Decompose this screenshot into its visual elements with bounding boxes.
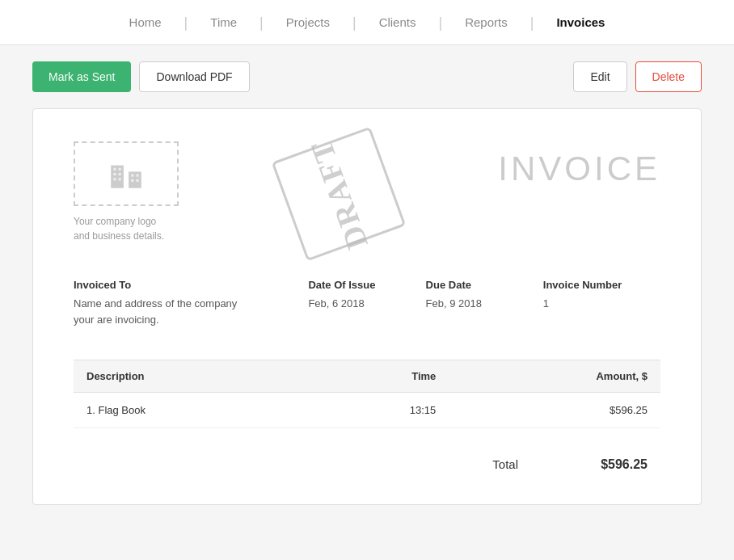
nav-projects[interactable]: Projects — [264, 15, 352, 29]
company-logo-text: Your company logoand business details. — [74, 214, 164, 243]
nav-home[interactable]: Home — [107, 15, 184, 29]
svg-rect-8 — [131, 174, 133, 176]
date-of-issue-label: Date Of Issue — [308, 279, 425, 291]
building-icon — [106, 153, 146, 196]
svg-rect-6 — [113, 178, 116, 180]
mark-as-sent-button[interactable]: Mark as Sent — [32, 61, 131, 92]
invoice-number-value: 1 — [543, 296, 660, 312]
draft-stamp-container: DRAFT — [179, 141, 498, 246]
invoice-header: Your company logoand business details. D… — [74, 141, 660, 246]
svg-rect-4 — [113, 173, 116, 175]
invoice-card: Your company logoand business details. D… — [32, 108, 702, 505]
col-description-header: Description — [74, 360, 306, 393]
company-logo-box: Your company logoand business details. — [74, 141, 179, 243]
invoice-table: Description Time Amount, $ 1. Flag Book … — [74, 360, 660, 428]
toolbar-right: Edit Delete — [573, 61, 702, 92]
total-row: Total $596.25 — [74, 444, 660, 472]
svg-rect-9 — [137, 174, 139, 176]
delete-button[interactable]: Delete — [635, 61, 702, 92]
toolbar: Mark as Sent Download PDF Edit Delete — [0, 45, 734, 108]
row-time: 13:15 — [306, 393, 449, 428]
nav-clients[interactable]: Clients — [356, 15, 439, 29]
edit-button[interactable]: Edit — [573, 61, 626, 92]
svg-rect-10 — [131, 179, 133, 181]
total-value: $596.25 — [583, 457, 648, 472]
row-description: 1. Flag Book — [74, 393, 306, 428]
due-date-label: Due Date — [426, 279, 543, 291]
total-label: Total — [492, 457, 518, 472]
invoice-number-block: Invoice Number 1 — [543, 279, 660, 327]
invoice-details: Invoiced To Name and address of the comp… — [74, 279, 660, 327]
svg-rect-3 — [119, 167, 121, 170]
svg-rect-7 — [119, 178, 121, 180]
date-of-issue-value: Feb, 6 2018 — [308, 296, 425, 312]
top-nav: Home | Time | Projects | Clients | Repor… — [0, 0, 734, 45]
invoice-title: INVOICE — [498, 141, 660, 188]
nav-invoices[interactable]: Invoices — [534, 15, 627, 29]
svg-rect-0 — [111, 165, 124, 187]
svg-rect-1 — [129, 171, 141, 187]
row-amount: $596.25 — [449, 393, 660, 428]
svg-rect-11 — [137, 179, 139, 181]
invoiced-to-label: Invoiced To — [74, 279, 308, 291]
due-date-block: Due Date Feb, 9 2018 — [426, 279, 543, 327]
logo-placeholder — [74, 141, 179, 206]
invoiced-to-block: Invoiced To Name and address of the comp… — [74, 279, 308, 327]
nav-reports[interactable]: Reports — [442, 15, 530, 29]
table-header-row: Description Time Amount, $ — [74, 360, 660, 393]
svg-rect-5 — [119, 173, 121, 175]
due-date-value: Feb, 9 2018 — [426, 296, 543, 312]
date-of-issue-block: Date Of Issue Feb, 6 2018 — [308, 279, 425, 327]
invoiced-to-value: Name and address of the companyyour are … — [74, 296, 308, 327]
nav-time[interactable]: Time — [188, 15, 259, 29]
col-time-header: Time — [306, 360, 449, 393]
draft-stamp: DRAFT — [271, 127, 406, 262]
col-amount-header: Amount, $ — [449, 360, 660, 393]
svg-rect-2 — [113, 167, 116, 170]
toolbar-left: Mark as Sent Download PDF — [32, 61, 250, 92]
invoice-number-label: Invoice Number — [543, 279, 660, 291]
download-pdf-button[interactable]: Download PDF — [139, 61, 249, 92]
table-row: 1. Flag Book 13:15 $596.25 — [74, 393, 660, 428]
